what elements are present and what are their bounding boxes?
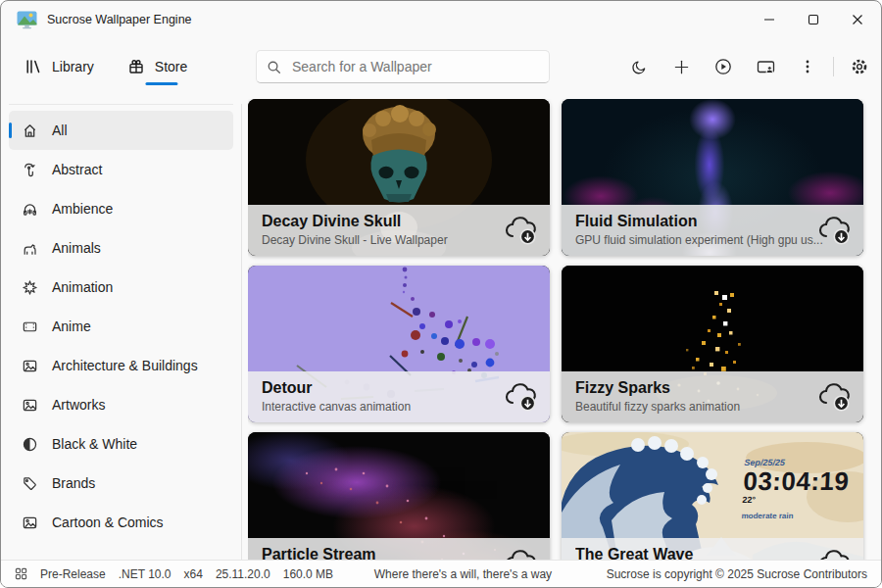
cloud-download-icon[interactable] <box>502 548 539 560</box>
minimize-button[interactable] <box>747 2 791 37</box>
header-actions <box>621 49 882 84</box>
sidebar-item-label: Black & White <box>52 436 137 452</box>
sidebar-item-abstract[interactable]: Abstract <box>9 150 233 189</box>
settings-gear-button[interactable] <box>842 49 877 84</box>
sidebar-item-artworks[interactable]: Artworks <box>9 385 233 424</box>
header: Library Store <box>1 38 881 95</box>
wallpaper-card-fluid-simulation[interactable]: Fluid Simulation GPU fluid simulation ex… <box>562 99 863 256</box>
sidebar-item-anime[interactable]: Anime <box>9 307 233 346</box>
clock-weather: moderate rain <box>741 512 848 520</box>
sidebar-item-black-white[interactable]: Black & White <box>9 424 233 464</box>
contrast-icon <box>21 435 38 453</box>
sidebar-item-label: Architecture & Buildings <box>52 358 198 373</box>
moon-theme-button[interactable] <box>621 49 657 84</box>
cloud-download-icon[interactable] <box>815 215 853 246</box>
tab-store[interactable]: Store <box>127 38 187 95</box>
home-icon <box>21 122 38 139</box>
card-subtitle: Interactive canvas animation <box>262 400 536 414</box>
status-architecture: x64 <box>184 567 203 581</box>
tag-icon <box>21 474 38 492</box>
version-grid-icon <box>15 567 27 580</box>
card-title: The Great Wave <box>575 545 850 560</box>
card-title: Fluid Simulation <box>575 212 850 230</box>
wallpaper-card-fizzy-sparks[interactable]: Fizzy Sparks Beautiful fizzy sparks anim… <box>562 266 863 422</box>
status-dotnet-version: .NET 10.0 <box>119 567 172 581</box>
app-logo-icon <box>17 11 37 29</box>
sidebar-divider <box>241 104 242 560</box>
more-menu-button[interactable] <box>790 49 825 84</box>
nav-tabs: Library Store <box>24 38 187 95</box>
sidebar-item-label: Brands <box>52 475 95 491</box>
cloud-download-icon[interactable] <box>815 548 853 560</box>
cloud-download-icon[interactable] <box>502 215 539 246</box>
search-box[interactable] <box>256 50 550 83</box>
sidebar-item-all[interactable]: All <box>9 111 233 150</box>
card-title: Decay Divine Skull <box>262 212 536 230</box>
card-info-bar: Fluid Simulation GPU fluid simulation ex… <box>562 205 863 256</box>
sidebar-item-animation[interactable]: Animation <box>9 268 233 307</box>
sidebar-item-label: Animals <box>52 240 101 256</box>
status-bar: Pre-Release .NET 10.0 x64 25.11.20.0 160… <box>1 560 881 587</box>
close-button[interactable] <box>835 2 879 37</box>
titlebar: Sucrose Wallpaper Engine <box>1 1 881 38</box>
status-motto: Where there's a will, there's a way <box>374 567 552 581</box>
wallpaper-card-decay-divine-skull[interactable]: Decay Divine Skull Decay Divine Skull - … <box>248 99 550 256</box>
actions-divider <box>833 57 834 76</box>
card-title: Fizzy Sparks <box>575 378 850 397</box>
sidebar-item-label: Animation <box>52 279 113 295</box>
clock-time: 03:04:19 <box>743 466 851 497</box>
swipe-hand-icon <box>21 161 38 178</box>
status-release-channel: Pre-Release <box>40 567 106 581</box>
library-icon <box>24 58 42 75</box>
sidebar-item-animals[interactable]: Animals <box>9 228 233 268</box>
window-title: Sucrose Wallpaper Engine <box>47 13 192 26</box>
sidebar-item-label: Artworks <box>52 397 105 413</box>
tab-library[interactable]: Library <box>24 38 94 95</box>
sidebar-item-label: Cartoon & Comics <box>52 514 164 530</box>
active-tab-indicator <box>145 82 177 85</box>
search-input[interactable] <box>290 58 539 75</box>
add-button[interactable] <box>663 49 699 84</box>
burst-star-icon <box>21 278 38 296</box>
card-info-bar: Fizzy Sparks Beautiful fizzy sparks anim… <box>562 371 863 422</box>
sidebar-item-label: Anime <box>52 318 91 334</box>
wallpaper-card-the-great-wave[interactable]: Sep/25/25 03:04:19 22° moderate rain The… <box>562 432 863 560</box>
sidebar-item-cartoon[interactable]: Cartoon & Comics <box>9 503 233 542</box>
status-copyright: Sucrose is copyright © 2025 Sucrose Cont… <box>607 567 867 581</box>
headphones-icon <box>21 200 38 218</box>
card-title: Particle Stream <box>262 545 536 560</box>
wallpaper-card-detour[interactable]: Detour Interactive canvas animation <box>248 266 550 422</box>
app-window: Sucrose Wallpaper Engine <box>0 0 882 588</box>
search-icon <box>267 60 281 74</box>
play-circle-button[interactable] <box>706 49 741 84</box>
sidebar-item-brands[interactable]: Brands <box>9 464 233 503</box>
card-title: Detour <box>262 378 536 397</box>
sidebar-item-label: All <box>52 122 68 138</box>
animal-icon <box>21 239 38 257</box>
personalization-button[interactable] <box>748 49 783 84</box>
image-icon <box>21 514 38 531</box>
tab-store-label: Store <box>155 59 187 74</box>
filmstrip-icon <box>21 318 38 335</box>
maximize-button[interactable] <box>791 2 835 37</box>
cloud-download-icon[interactable] <box>815 381 853 413</box>
card-info-bar: Decay Divine Skull Decay Divine Skull - … <box>248 205 550 256</box>
sidebar-item-label: Abstract <box>52 162 102 177</box>
card-info-bar: The Great Wave <box>562 538 863 560</box>
card-subtitle: GPU fluid simulation experiment (High gp… <box>575 233 850 247</box>
card-info-bar: Detour Interactive canvas animation <box>248 371 550 422</box>
sidebar-item-ambience[interactable]: Ambience <box>9 189 233 228</box>
wallpaper-grid: Decay Divine Skull Decay Divine Skull - … <box>248 99 881 560</box>
status-app-version: 25.11.20.0 <box>216 567 270 581</box>
gift-icon <box>127 58 145 75</box>
category-sidebar: All Abstract <box>9 104 233 560</box>
card-subtitle: Beautiful fizzy sparks animation <box>575 400 850 414</box>
wallpaper-card-particle-stream[interactable]: Particle Stream <box>248 432 550 560</box>
card-subtitle: Decay Divine Skull - Live Wallpaper <box>262 233 536 247</box>
image-icon <box>21 396 38 414</box>
card-info-bar: Particle Stream <box>248 538 550 560</box>
sidebar-item-architecture[interactable]: Architecture & Buildings <box>9 346 233 385</box>
wallpaper-clock-widget: Sep/25/25 03:04:19 22° moderate rain <box>741 458 850 520</box>
cloud-download-icon[interactable] <box>502 381 539 413</box>
tab-library-label: Library <box>52 59 94 74</box>
